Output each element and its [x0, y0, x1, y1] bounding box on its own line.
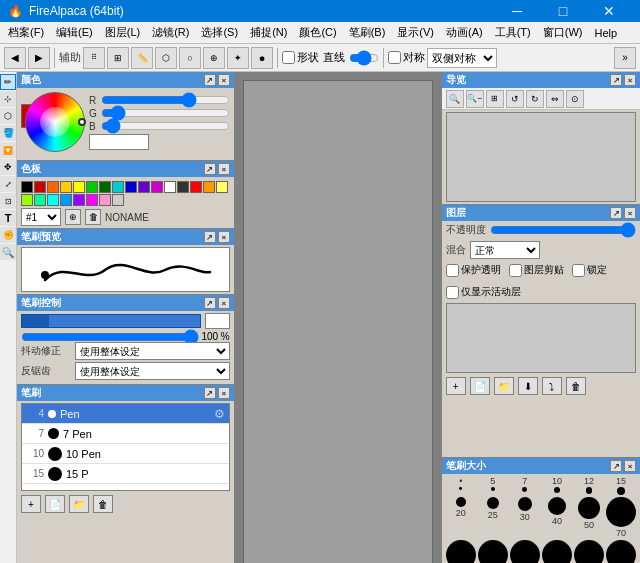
toolbar-more-btn[interactable]: »: [614, 47, 636, 69]
toolbar-snap-btn[interactable]: ⊕: [203, 47, 225, 69]
brush-list-float[interactable]: ↗: [204, 387, 216, 399]
tool-hand[interactable]: ✊: [0, 227, 16, 243]
brush-size-item[interactable]: 10: [542, 476, 572, 495]
tool-transform[interactable]: ⤢: [0, 176, 16, 192]
lock-checkbox[interactable]: [572, 264, 585, 277]
palette-color-6[interactable]: [99, 181, 111, 193]
hex-input[interactable]: #nnnnnn: [89, 134, 149, 150]
menu-item-t[interactable]: 工具(T): [489, 23, 537, 42]
brush-list-item[interactable]: 1010 Pen: [22, 444, 229, 464]
brush-add-btn[interactable]: +: [21, 495, 41, 513]
palette-color-2[interactable]: [47, 181, 59, 193]
brush-size-item[interactable]: 40: [542, 497, 572, 538]
brush-size-item[interactable]: 15: [606, 476, 636, 495]
palette-color-0[interactable]: [21, 181, 33, 193]
brush-size-item[interactable]: 400: [574, 540, 604, 563]
tool-lasso[interactable]: ⬡: [0, 108, 16, 124]
menu-item-s[interactable]: 选择(S): [195, 23, 244, 42]
brush-size-item[interactable]: 7: [510, 476, 540, 495]
align-checkbox[interactable]: [388, 51, 401, 64]
brush-size-item[interactable]: 25: [478, 497, 508, 538]
palette-add-btn[interactable]: ⊕: [65, 209, 81, 225]
brush-opacity-slider[interactable]: [21, 332, 199, 342]
g-slider[interactable]: [101, 109, 230, 117]
brush-size-item[interactable]: •: [446, 476, 476, 495]
palette-color-19[interactable]: [60, 194, 72, 206]
minimize-button[interactable]: ─: [494, 0, 540, 22]
navigator-close[interactable]: ×: [624, 74, 636, 86]
menu-item-help[interactable]: Help: [588, 25, 623, 41]
brush-control-float[interactable]: ↗: [204, 297, 216, 309]
menu-item-n[interactable]: 捕捉(N): [244, 23, 293, 42]
palette-color-12[interactable]: [177, 181, 189, 193]
brush-list-close[interactable]: ×: [218, 387, 230, 399]
menu-item-r[interactable]: 滤镜(R): [146, 23, 195, 42]
nav-zoom-in[interactable]: 🔍: [446, 90, 464, 108]
tool-pen[interactable]: ✏: [0, 74, 16, 90]
palette-color-17[interactable]: [34, 194, 46, 206]
brush-size-float[interactable]: ↗: [610, 460, 622, 472]
palette-color-14[interactable]: [203, 181, 215, 193]
layer-delete-btn[interactable]: 🗑: [566, 377, 586, 395]
palette-color-23[interactable]: [112, 194, 124, 206]
brush-size-item[interactable]: 20: [446, 497, 476, 538]
palette-color-22[interactable]: [99, 194, 111, 206]
toolbar-snap2-btn[interactable]: ✦: [227, 47, 249, 69]
palette-color-1[interactable]: [34, 181, 46, 193]
clipping-checkbox[interactable]: [509, 264, 522, 277]
brush-size-item[interactable]: 70: [606, 497, 636, 538]
shape-checkbox[interactable]: [282, 51, 295, 64]
toolbar-grid-btn[interactable]: ⊞: [107, 47, 129, 69]
brush-list-item[interactable]: 4Pen⚙: [22, 404, 229, 424]
layers-float[interactable]: ↗: [610, 207, 622, 219]
palette-color-21[interactable]: [86, 194, 98, 206]
palette-color-10[interactable]: [151, 181, 163, 193]
main-canvas[interactable]: [243, 80, 433, 563]
color-panel-float[interactable]: ↗: [204, 74, 216, 86]
menu-item-e[interactable]: 编辑(E): [50, 23, 99, 42]
menu-item-b[interactable]: 笔刷(B): [343, 23, 392, 42]
toolbar-assist-btn1[interactable]: ⠿: [83, 47, 105, 69]
nav-reset[interactable]: ⊙: [566, 90, 584, 108]
toolbar-persp-btn[interactable]: ⬡: [155, 47, 177, 69]
brush-size-item[interactable]: 5: [478, 476, 508, 495]
brush-size-item[interactable]: 50: [574, 497, 604, 538]
brush-new-btn[interactable]: 📄: [45, 495, 65, 513]
layers-close[interactable]: ×: [624, 207, 636, 219]
toolbar-dot-btn[interactable]: ●: [251, 47, 273, 69]
color-panel-close[interactable]: ×: [218, 74, 230, 86]
nav-zoom-out[interactable]: 🔍−: [466, 90, 484, 108]
layer-new-btn[interactable]: 📄: [470, 377, 490, 395]
toolbar-back-btn[interactable]: ◀: [4, 47, 26, 69]
close-button[interactable]: ✕: [586, 0, 632, 22]
brush-list-item[interactable]: 1515 P: [22, 464, 229, 484]
menu-item-f[interactable]: 档案(F): [2, 23, 50, 42]
nav-rotate-cw[interactable]: ↻: [526, 90, 544, 108]
blend-select[interactable]: 正常: [470, 241, 540, 259]
brush-size-slider-track[interactable]: [21, 314, 201, 328]
palette-color-20[interactable]: [73, 194, 85, 206]
menu-item-l[interactable]: 图层(L): [99, 23, 146, 42]
palette-color-9[interactable]: [138, 181, 150, 193]
brush-gear-icon[interactable]: ⚙: [214, 407, 225, 421]
stabilizer-select[interactable]: 使用整体设定: [75, 342, 230, 360]
brush-list-item[interactable]: 77 Pen: [22, 424, 229, 444]
brush-size-item[interactable]: 30: [510, 497, 540, 538]
toolbar-forward-btn[interactable]: ▶: [28, 47, 50, 69]
palette-color-7[interactable]: [112, 181, 124, 193]
palette-color-11[interactable]: [164, 181, 176, 193]
nav-flip[interactable]: ⇔: [546, 90, 564, 108]
color-wheel[interactable]: [25, 92, 85, 152]
palette-color-18[interactable]: [47, 194, 59, 206]
brush-size-item[interactable]: 150: [478, 540, 508, 563]
palette-panel-float[interactable]: ↗: [204, 163, 216, 175]
brush-size-close[interactable]: ×: [624, 460, 636, 472]
palette-color-15[interactable]: [216, 181, 228, 193]
layer-merge-btn[interactable]: ⤵: [542, 377, 562, 395]
tool-fill[interactable]: 🪣: [0, 125, 16, 141]
color-picker-dot[interactable]: [78, 118, 86, 126]
maximize-button[interactable]: □: [540, 0, 586, 22]
r-slider[interactable]: [101, 96, 230, 104]
palette-color-3[interactable]: [60, 181, 72, 193]
menu-item-c[interactable]: 颜色(C): [293, 23, 342, 42]
